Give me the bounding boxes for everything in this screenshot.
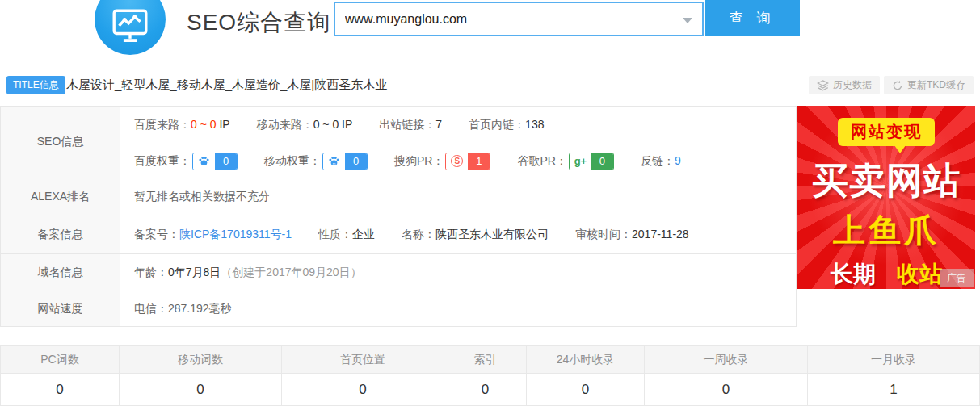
seo-weight-line: 百度权重：0 移动权重：m0 搜狗PR：S1 谷歌PR：g+0 反链：9 [120,144,796,178]
query-button[interactable]: 查 询 [705,0,800,36]
icp-number: 备案号：陕ICP备17019311号-1 [134,228,292,242]
stat-value: 0 [1,374,120,405]
row-label: ALEXA排名 [1,178,120,216]
title-bar: TITLE信息 木屋设计_轻型木屋_移动木屋_木屋造价_木屋|陕西圣东木业 历史… [0,76,980,95]
stat-value: 0 [444,374,527,405]
column-header: PC词数 [1,346,120,374]
mobile-weight: 移动权重：m0 [264,153,368,170]
app-logo [95,0,166,55]
homepage-internal-links: 首页内链：138 [469,118,544,132]
stat-value: 0 [527,374,645,405]
refresh-tkd-button[interactable]: 更新TKD缓存 [884,76,974,94]
history-data-label: 历史数据 [833,76,872,94]
table-row-domain: 域名信息 年龄：0年7月8日（创建于2017年09月20日） [1,253,796,291]
chevron-down-icon[interactable] [683,18,692,23]
mobile-traffic: 移动来路：0 ~ 0 IP [257,118,353,132]
row-label: 网站速度 [1,291,120,326]
url-search-input[interactable] [335,3,702,35]
column-header: 一周收录 [645,346,808,374]
sogou-s-icon: S [451,155,463,167]
monitor-chart-icon [108,5,152,48]
ad-badge-bubble: 网站变现 [838,118,935,146]
sogou-pr: 搜狗PR：S1 [394,153,490,170]
baidu-weight-badge[interactable]: 0 [192,153,238,170]
company-type: 性质：企业 [318,228,375,242]
ad-banner[interactable]: 网站变现 买卖网站 上鱼爪 长期 收站 广告 [797,106,975,289]
outbound-links: 出站链接：7 [379,118,442,132]
history-data-button[interactable]: 历史数据 [809,76,880,94]
search-box [334,2,704,36]
sogou-pr-badge[interactable]: S1 [445,153,490,170]
ad-headline: 买卖网站 [797,157,975,205]
column-header: 移动词数 [120,346,282,374]
seo-info-table: SEO信息 百度来路：0 ~ 0 IP 移动来路：0 ~ 0 IP 出站链接：7… [0,106,797,327]
column-header: 一月收录 [808,346,979,374]
site-title-text: 木屋设计_轻型木屋_移动木屋_木屋造价_木屋|陕西圣东木业 [66,77,387,93]
table-row-speed: 网站速度 电信：287.192毫秒 [1,291,796,326]
backlinks: 反链：9 [641,154,681,169]
google-plus-icon: g+ [574,155,587,167]
row-label: SEO信息 [1,107,120,178]
table-row-alexa: ALEXA排名 暂无排名或相关数据不充分 [1,178,796,216]
baidu-traffic: 百度来路：0 ~ 0 IP [134,118,230,132]
baidu-paw-icon [198,155,210,167]
domain-age: 年龄：0年7月8日（创建于2017年09月20日） [134,266,362,280]
refresh-tkd-label: 更新TKD缓存 [907,76,965,94]
telecom-speed: 电信：287.192毫秒 [134,302,232,316]
title-info-badge: TITLE信息 [6,76,65,94]
google-pr: 谷歌PR：g+0 [517,153,613,170]
stat-value: 0 [282,374,444,405]
mobile-weight-badge[interactable]: m0 [322,153,368,170]
company-name: 名称：陕西圣东木业有限公司 [402,228,549,242]
row-label: 域名信息 [1,254,120,291]
svg-text:m: m [333,161,336,165]
row-label: 备案信息 [1,216,120,253]
layers-icon [817,79,829,91]
baidu-weight: 百度权重：0 [134,153,238,170]
stat-value: 1 [808,374,979,405]
table-row-seo: SEO信息 百度来路：0 ~ 0 IP 移动来路：0 ~ 0 IP 出站链接：7… [1,107,796,178]
table-row-beian: 备案信息 备案号：陕ICP备17019311号-1 性质：企业 名称：陕西圣东木… [1,216,796,253]
refresh-icon [892,80,903,91]
column-header: 首页位置 [282,346,444,374]
alexa-status-text: 暂无排名或相关数据不充分 [134,190,270,204]
index-stats-table: PC词数 移动词数 首页位置 索引 24小时收录 一周收录 一月收录 0 0 0… [0,345,980,406]
ad-label-tag: 广告 [940,269,974,287]
seo-traffic-line: 百度来路：0 ~ 0 IP 移动来路：0 ~ 0 IP 出站链接：7 首页内链：… [120,107,796,144]
seo-query-page: SEO综合查询 查 询 TITLE信息 木屋设计_轻型木屋_移动木屋_木屋造价_… [0,0,980,406]
page-title: SEO综合查询 [187,7,330,38]
review-date: 审核时间：2017-11-28 [575,228,689,242]
stat-value: 0 [120,374,282,405]
baidu-mobile-paw-icon: m [328,155,340,167]
ad-subline: 上鱼爪 [797,208,975,253]
column-header: 24小时收录 [527,346,645,374]
google-pr-badge[interactable]: g+0 [569,153,614,170]
stat-value: 0 [645,374,808,405]
column-header: 索引 [444,346,527,374]
